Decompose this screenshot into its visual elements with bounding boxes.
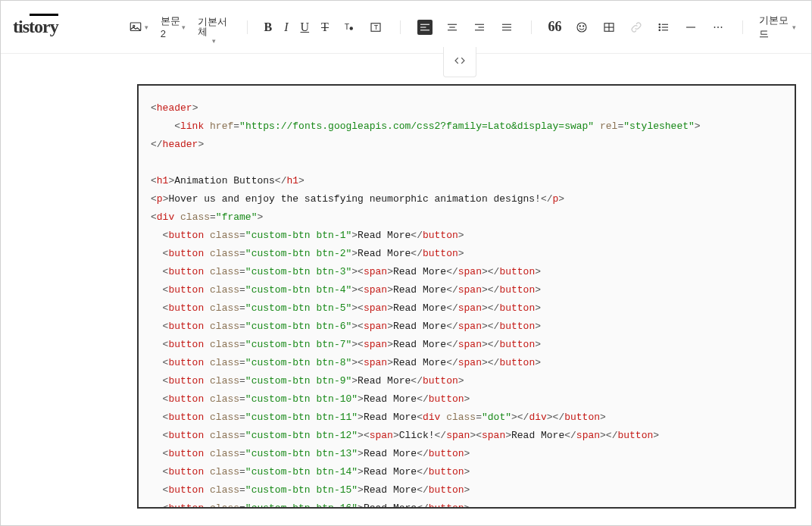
underline-button[interactable]: U — [298, 17, 313, 38]
textcolor-button[interactable]: T — [338, 17, 359, 38]
strike-icon: T — [321, 20, 329, 34]
separator — [247, 20, 248, 34]
quote-icon: 66 — [548, 19, 562, 35]
hr-button[interactable] — [680, 17, 701, 38]
codeview-tab[interactable] — [443, 47, 476, 77]
align-center-button[interactable] — [442, 17, 463, 38]
bgcolor-icon: T — [368, 20, 383, 35]
editor-toolbar: tistory ▾ 본문2 ▾ 기본서체 ▾ B I U T T T 66 기본… — [1, 1, 811, 54]
chevron-down-icon: ▾ — [145, 23, 148, 31]
textcolor-icon: T — [341, 20, 356, 35]
image-icon — [128, 20, 143, 35]
code-icon — [453, 54, 467, 70]
svg-point-25 — [659, 27, 661, 28]
more-button[interactable] — [707, 17, 729, 38]
align-left-button[interactable] — [414, 17, 436, 38]
svg-point-32 — [717, 27, 719, 28]
emoji-icon — [574, 20, 589, 35]
align-right-button[interactable] — [469, 17, 490, 38]
mode-label: 기본모드 — [759, 14, 791, 41]
italic-icon: I — [284, 20, 288, 34]
bold-button[interactable]: B — [261, 17, 276, 38]
link-button[interactable] — [626, 17, 647, 38]
code-editor[interactable]: <header> <link href="https://fonts.googl… — [137, 84, 796, 509]
separator — [742, 20, 743, 34]
svg-point-18 — [577, 23, 586, 32]
separator — [531, 20, 532, 34]
list-button[interactable] — [653, 17, 674, 38]
list-icon — [656, 20, 671, 35]
svg-point-20 — [582, 25, 583, 26]
align-center-icon — [445, 20, 460, 35]
font-label: 기본서체 — [198, 17, 230, 36]
logo: tistory — [13, 17, 58, 37]
chevron-down-icon: ▾ — [792, 23, 796, 31]
more-icon — [710, 20, 726, 35]
chevron-down-icon: ▾ — [212, 38, 216, 45]
align-justify-button[interactable] — [496, 17, 517, 38]
align-left-icon — [417, 20, 433, 35]
svg-text:T: T — [345, 22, 350, 31]
separator — [400, 20, 401, 34]
chevron-down-icon: ▾ — [182, 23, 186, 31]
emoji-button[interactable] — [571, 17, 592, 38]
bgcolor-button[interactable]: T — [365, 17, 386, 38]
bold-icon: B — [264, 20, 273, 34]
underline-icon: U — [301, 20, 310, 34]
mode-select[interactable]: 기본모드 ▾ — [756, 17, 799, 38]
svg-point-31 — [714, 27, 715, 28]
italic-button[interactable]: I — [281, 17, 291, 38]
svg-text:T: T — [374, 23, 379, 31]
svg-point-24 — [659, 23, 661, 25]
svg-point-33 — [720, 27, 722, 28]
editor-area: <header> <link href="https://fonts.googl… — [1, 54, 811, 509]
hr-icon — [683, 20, 698, 35]
quote-button[interactable]: 66 — [545, 17, 565, 38]
svg-point-19 — [579, 25, 580, 26]
svg-point-1 — [133, 25, 134, 27]
strike-button[interactable]: T — [318, 17, 332, 38]
heading-label: 본문2 — [161, 14, 180, 39]
font-select[interactable]: 기본서체 ▾ — [195, 17, 233, 38]
table-icon — [601, 20, 617, 35]
svg-point-3 — [349, 27, 353, 30]
table-button[interactable] — [598, 17, 620, 38]
align-right-icon — [472, 20, 487, 35]
align-justify-icon — [499, 20, 514, 35]
link-icon — [629, 20, 644, 35]
image-insert-button[interactable]: ▾ — [125, 17, 151, 38]
svg-point-26 — [659, 30, 661, 31]
heading-select[interactable]: 본문2 ▾ — [158, 17, 189, 38]
